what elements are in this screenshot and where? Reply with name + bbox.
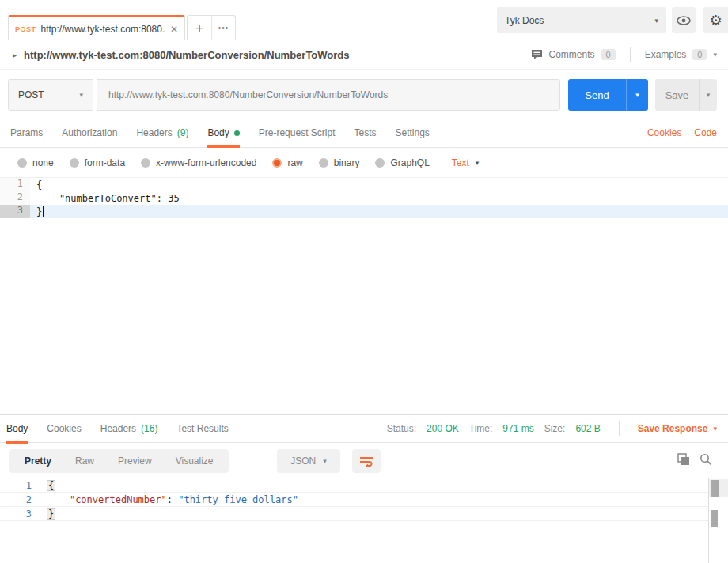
comment-icon [531, 49, 543, 60]
divider [619, 421, 620, 436]
editor-line: 1 { [0, 178, 728, 191]
app-tab-bar: POST http://www.tyk-test.com:8080... ✕ +… [0, 0, 728, 40]
mode-binary[interactable]: binary [319, 157, 360, 168]
open-brace: { [47, 480, 55, 491]
save-button[interactable]: Save [655, 79, 699, 111]
json-key: "convertedNumber" [70, 494, 167, 505]
chevron-down-icon: ▾ [713, 425, 717, 433]
environment-preview-button[interactable] [672, 7, 696, 33]
tab-authorization[interactable]: Authorization [62, 119, 117, 148]
request-url-row: POST ▾ Send ▾ Save ▾ [0, 70, 728, 119]
view-raw[interactable]: Raw [63, 455, 106, 467]
chevron-down-icon: ▾ [654, 17, 658, 25]
send-button-group: Send ▾ [568, 79, 648, 111]
response-toolbar: Pretty Raw Preview Visualize JSON ▾ [0, 443, 728, 478]
copy-response-button[interactable] [677, 453, 690, 466]
url-input[interactable] [97, 79, 560, 111]
request-tabs: Params Authorization Headers (9) Body Pr… [0, 119, 728, 148]
headers-count: (9) [177, 127, 189, 138]
line-number: 1 [0, 178, 30, 191]
response-tab-test-results[interactable]: Test Results [176, 414, 228, 444]
environment-label: Tyk Docs [505, 15, 544, 26]
response-line: 2 "convertedNumber": "thirty five dollar… [0, 493, 708, 507]
request-tab[interactable]: POST http://www.tyk-test.com:8080... ✕ [8, 15, 185, 40]
response-view-switcher: Pretty Raw Preview Visualize [9, 449, 229, 473]
line-number: 3 [0, 205, 30, 218]
eye-icon [677, 16, 691, 25]
response-body-viewer: 1 { 2 "convertedNumber": "thirty five do… [0, 478, 728, 563]
radio-icon [319, 158, 328, 168]
examples-button[interactable]: Examples [645, 49, 687, 60]
response-tab-headers[interactable]: Headers (16) [100, 414, 158, 444]
request-body-editor[interactable]: 1 { 2 "numberToConvert": 35 3 } [0, 178, 728, 414]
save-options-button[interactable]: ▾ [699, 79, 717, 111]
radio-selected-icon [272, 158, 282, 168]
mode-form-data[interactable]: form-data [70, 157, 125, 168]
method-selector[interactable]: POST ▾ [8, 79, 93, 111]
tab-actions: + ••• [187, 15, 236, 40]
mode-x-www-form-urlencoded[interactable]: x-www-form-urlencoded [141, 157, 256, 168]
mode-graphql[interactable]: GraphQL [375, 157, 429, 168]
tab-title: http://www.tyk-test.com:8080... [41, 24, 165, 35]
response-tab-body[interactable]: Body [6, 414, 28, 444]
response-format-selector[interactable]: JSON ▾ [277, 449, 340, 473]
send-button[interactable]: Send [568, 79, 626, 111]
search-icon [700, 453, 712, 466]
close-icon[interactable]: ✕ [170, 24, 178, 35]
response-tabs: Body Cookies Headers (16) Test Results S… [0, 414, 728, 443]
send-options-button[interactable]: ▾ [626, 79, 648, 111]
chevron-down-icon: ▾ [707, 91, 711, 99]
wrap-lines-button[interactable] [352, 449, 381, 473]
tab-params[interactable]: Params [10, 119, 43, 148]
gear-icon: ⚙ [709, 12, 722, 29]
radio-icon [375, 158, 385, 168]
comments-button[interactable]: Comments [549, 49, 595, 60]
save-button-group: Save ▾ [655, 79, 717, 111]
status-value: 200 OK [427, 423, 459, 434]
body-mode-row: none form-data x-www-form-urlencoded raw… [0, 148, 728, 178]
view-pretty[interactable]: Pretty [13, 455, 63, 467]
code-link[interactable]: Code [694, 127, 717, 138]
json-value: "thirty five dollars" [178, 494, 298, 505]
response-tab-cookies[interactable]: Cookies [47, 414, 81, 444]
text-cursor [43, 206, 44, 217]
time-value: 971 ms [502, 423, 533, 434]
raw-type-selector[interactable]: Text ▾ [452, 157, 480, 168]
line-number: 1 [0, 480, 40, 491]
mode-raw[interactable]: raw [272, 157, 302, 168]
tab-pre-request-script[interactable]: Pre-request Script [259, 119, 336, 148]
new-tab-button[interactable]: + [188, 16, 211, 40]
settings-button[interactable]: ⚙ [703, 7, 728, 33]
view-visualize[interactable]: Visualize [164, 455, 226, 467]
cookies-link[interactable]: Cookies [647, 127, 681, 138]
tab-method-label: POST [15, 25, 36, 33]
mode-none[interactable]: none [17, 157, 54, 168]
examples-count-badge: 0 [692, 49, 707, 60]
response-line: 1 { [0, 478, 708, 493]
more-tabs-button[interactable]: ••• [211, 16, 235, 40]
tab-settings[interactable]: Settings [396, 119, 430, 148]
collapse-arrow-icon[interactable]: ▸ [13, 51, 17, 59]
line-number: 3 [0, 508, 40, 520]
status-label: Status: [387, 423, 416, 434]
size-value: 602 B [575, 423, 600, 434]
copy-icon [677, 453, 690, 466]
radio-icon [141, 158, 150, 168]
method-label: POST [18, 89, 44, 100]
divider [630, 47, 631, 62]
chevron-down-icon[interactable]: ▾ [713, 51, 717, 59]
view-preview[interactable]: Preview [106, 455, 164, 467]
editor-line: 2 "numberToConvert": 35 [0, 191, 728, 205]
radio-icon [17, 158, 27, 168]
size-label: Size: [544, 423, 566, 434]
tab-headers[interactable]: Headers (9) [136, 119, 188, 148]
save-response-button[interactable]: Save Response ▾ [638, 423, 717, 434]
environment-selector[interactable]: Tyk Docs ▾ [497, 7, 666, 33]
request-title-row: ▸ http://www.tyk-test.com:8080/NumberCon… [0, 40, 728, 70]
scrollbar-thumb[interactable] [711, 480, 719, 497]
tab-body[interactable]: Body [207, 119, 239, 148]
time-label: Time: [469, 423, 493, 434]
tab-tests[interactable]: Tests [354, 119, 376, 148]
scrollbar-thumb[interactable] [711, 510, 718, 527]
search-response-button[interactable] [700, 453, 712, 466]
